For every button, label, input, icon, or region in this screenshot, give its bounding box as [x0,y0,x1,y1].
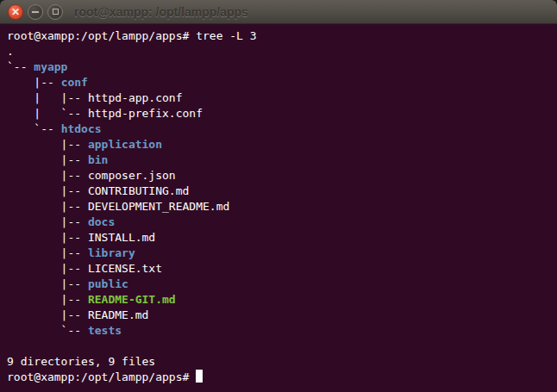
terminal-text: |-- composer.json [7,169,176,182]
terminal-line: |-- application [7,137,554,152]
terminal-text: |-- [7,76,61,89]
directory-name: conf [61,76,88,89]
terminal-line: `-- tests [7,323,554,339]
terminal-text: |-- [7,293,88,306]
executable-file-name: README-GIT.md [88,293,176,306]
terminal-line: root@xampp:/opt/lampp/apps# [7,370,554,385]
terminal-text: |-- CONTRIBUTING.md [7,184,189,197]
terminal-text: |-- [7,246,88,259]
terminal-line: |-- CONTRIBUTING.md [7,184,554,199]
directory-name: library [88,246,135,259]
terminal-line: |-- DEVELOPMENT_README.md [7,199,554,215]
directory-name: tests [88,324,122,337]
terminal-text: `-- [7,122,61,135]
maximize-icon [53,9,59,15]
terminal-text: | |-- httpd-app.conf [7,91,183,104]
terminal-line: | `-- httpd-prefix.conf [7,106,554,121]
directory-name: application [88,138,162,151]
terminal-text: | `-- httpd-prefix.conf [7,107,203,120]
terminal-text: |-- DEVELOPMENT_README.md [7,200,229,213]
terminal-text: `-- [7,324,88,337]
directory-name: htdocs [61,122,102,135]
window-titlebar[interactable]: ✕ root@xampp: /opt/lampp/apps [0,0,557,24]
terminal-line: . [7,44,554,59]
terminal-window: ✕ root@xampp: /opt/lampp/apps root@xampp… [0,0,557,392]
terminal-text: |-- LICENSE.txt [7,262,162,275]
terminal-text: root@xampp:/opt/lampp/apps# tree -L 3 [7,29,257,42]
terminal-line: |-- bin [7,152,554,168]
terminal-line: |-- README-GIT.md [7,292,554,308]
terminal-text: |-- [7,277,88,290]
terminal-line: |-- docs [7,215,554,230]
terminal-line [7,339,554,354]
terminal-line: |-- public [7,277,554,292]
terminal-line: |-- library [7,246,554,261]
terminal-cursor [196,370,203,383]
terminal-line: root@xampp:/opt/lampp/apps# tree -L 3 [7,28,554,44]
terminal-screen[interactable]: root@xampp:/opt/lampp/apps# tree -L 3.`-… [0,24,557,392]
terminal-text: |-- README.md [7,308,148,321]
directory-name: bin [88,153,108,166]
terminal-line: |-- LICENSE.txt [7,261,554,277]
terminal-text: |-- INSTALL.md [7,231,155,244]
close-icon: ✕ [11,7,20,17]
terminal-line: |-- INSTALL.md [7,230,554,246]
terminal-line: |-- README.md [7,308,554,323]
window-controls: ✕ [0,4,63,20]
terminal-text: `-- [7,60,34,73]
terminal-text: 9 directories, 9 files [7,355,155,368]
window-title: root@xampp: /opt/lampp/apps [74,5,248,19]
maximize-button[interactable] [47,4,63,20]
terminal-line: | |-- httpd-app.conf [7,90,554,106]
terminal-line: `-- myapp [7,59,554,75]
directory-name: docs [88,215,115,228]
directory-name: public [88,277,128,290]
minimize-icon [32,11,39,13]
directory-name: myapp [34,60,67,73]
terminal-line: 9 directories, 9 files [7,354,554,370]
terminal-text: |-- [7,215,88,228]
terminal-text: root@xampp:/opt/lampp/apps# [7,370,196,383]
terminal-text: |-- [7,153,88,166]
terminal-line: `-- htdocs [7,121,554,137]
close-button[interactable]: ✕ [8,4,23,20]
terminal-text: |-- [7,138,88,151]
terminal-line: |-- composer.json [7,168,554,184]
minimize-button[interactable] [28,4,43,20]
terminal-line: |-- conf [7,75,554,90]
terminal-text: . [7,45,14,58]
